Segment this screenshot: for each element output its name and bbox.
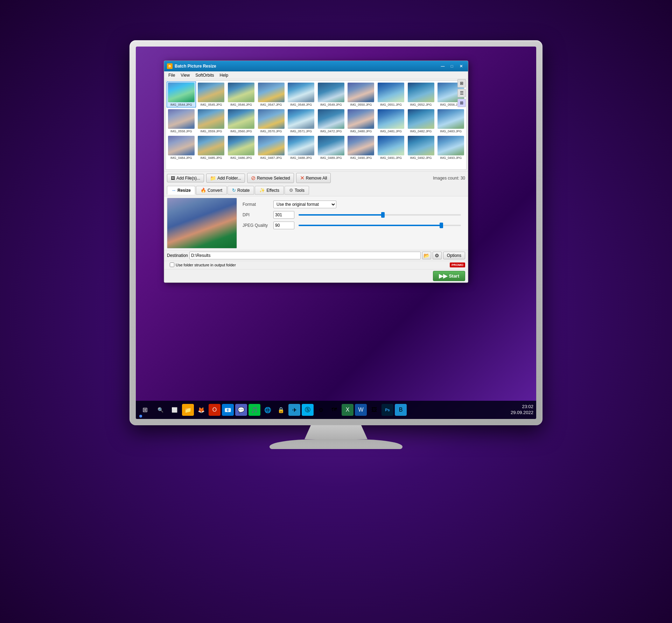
- jpeg-slider-track[interactable]: [299, 225, 461, 226]
- taskbar-search-button[interactable]: 🔍: [153, 404, 168, 416]
- task-view-button[interactable]: ⬜: [168, 404, 181, 416]
- list-item[interactable]: IMG_0486.JPG: [226, 135, 256, 161]
- preview-image: [167, 198, 237, 248]
- maximize-button[interactable]: □: [448, 63, 456, 70]
- start-menu-button[interactable]: ⊞: [139, 404, 151, 416]
- list-item[interactable]: IMG_0487.JPG: [257, 135, 286, 161]
- list-item[interactable]: IMG_0490.JPG: [346, 135, 376, 161]
- taskbar-icon-word[interactable]: W: [355, 404, 367, 416]
- thumb-filename: IMG_0547.JPG: [258, 103, 284, 106]
- close-button[interactable]: ✕: [457, 63, 465, 70]
- destination-browse-button[interactable]: 📂: [422, 252, 431, 259]
- taskbar-icon-file-explorer[interactable]: 📁: [182, 404, 194, 416]
- menu-file[interactable]: File: [166, 72, 178, 78]
- add-folder-button[interactable]: 📁 Add Folder...: [206, 174, 245, 183]
- list-item[interactable]: IMG_0570.JPG: [257, 108, 286, 134]
- list-item[interactable]: IMG_0481.JPG: [376, 108, 406, 134]
- folder-structure-label: Use folder structure in output folder: [176, 263, 236, 267]
- taskbar-icon-maps[interactable]: 🗺: [328, 404, 340, 416]
- minimize-button[interactable]: —: [439, 63, 447, 70]
- dpi-label: DPI: [243, 212, 271, 217]
- menu-softorbits[interactable]: SoftOrbits: [192, 72, 217, 78]
- view-icon-2[interactable]: ☰: [457, 89, 466, 97]
- list-item[interactable]: IMG_0560.JPG: [226, 108, 256, 134]
- list-item[interactable]: IMG_0552.JPG: [406, 82, 436, 107]
- tab-resize-label: Resize: [177, 188, 191, 193]
- tab-row: ↔ Resize 🔥 Convert ↻ Rotate ✨ Effects: [164, 184, 468, 196]
- list-item[interactable]: IMG_0493.JPG: [436, 135, 465, 161]
- list-item[interactable]: IMG_0550.JPG: [346, 82, 376, 107]
- tab-convert[interactable]: 🔥 Convert: [196, 186, 227, 195]
- list-item[interactable]: IMG_0545.JPG: [197, 82, 226, 107]
- taskbar-icon-telegram[interactable]: ✈: [288, 404, 300, 416]
- tab-rotate[interactable]: ↻ Rotate: [227, 186, 254, 195]
- remove-selected-button[interactable]: ⊘ Remove Selected: [247, 173, 294, 183]
- remove-all-button[interactable]: ✕ Remove All: [296, 173, 331, 183]
- list-item[interactable]: IMG_0484.JPG: [167, 135, 196, 161]
- taskbar-icon-lock[interactable]: 🔒: [275, 404, 287, 416]
- destination-input[interactable]: [189, 252, 421, 259]
- menu-view[interactable]: View: [178, 72, 192, 78]
- thumb-filename: IMG_0571.JPG: [288, 130, 314, 133]
- start-button[interactable]: ▶▶ Start: [433, 271, 465, 281]
- jpeg-input[interactable]: [273, 222, 294, 229]
- tab-effects[interactable]: ✨ Effects: [255, 186, 284, 195]
- format-select[interactable]: Use the original format: [273, 201, 336, 208]
- images-count: Images count: 30: [433, 176, 465, 181]
- dpi-slider-track[interactable]: [299, 214, 461, 216]
- image-grid-container[interactable]: IMG_0544.JPGIMG_0545.JPGIMG_0546.JPGIMG_…: [166, 80, 467, 170]
- list-item[interactable]: IMG_0546.JPG: [226, 82, 256, 107]
- list-item[interactable]: IMG_0472.JPG: [316, 108, 346, 134]
- thumb-filename: IMG_0482.JPG: [408, 130, 434, 133]
- list-item[interactable]: IMG_0491.JPG: [376, 135, 406, 161]
- list-item[interactable]: IMG_0549.JPG: [316, 82, 346, 107]
- view-icon-3[interactable]: ⊞: [457, 99, 466, 107]
- menu-help[interactable]: Help: [217, 72, 231, 78]
- dpi-input[interactable]: [273, 211, 294, 219]
- list-item[interactable]: IMG_0571.JPG: [286, 108, 316, 134]
- list-item[interactable]: IMG_0489.JPG: [316, 135, 346, 161]
- taskbar-icon-spotify[interactable]: 🎵: [248, 404, 260, 416]
- folder-structure-checkbox[interactable]: [170, 262, 174, 267]
- list-item[interactable]: IMG_0559.JPG: [197, 108, 226, 134]
- taskbar-icon-firefox[interactable]: 🦊: [195, 404, 207, 416]
- list-item[interactable]: IMG_0492.JPG: [406, 135, 436, 161]
- taskbar-icon-chrome[interactable]: 🌐: [262, 404, 274, 416]
- thumb-filename: IMG_0545.JPG: [198, 103, 224, 106]
- list-item[interactable]: IMG_0488.JPG: [286, 135, 316, 161]
- list-item[interactable]: IMG_0547.JPG: [257, 82, 286, 107]
- taskbar-icon-ps[interactable]: Ps: [382, 404, 393, 416]
- checkbox-row: Use folder structure in output folder: [167, 262, 239, 268]
- gear-icon: ⚙: [435, 253, 439, 258]
- list-item[interactable]: IMG_0548.JPG: [286, 82, 316, 107]
- list-item[interactable]: IMG_0485.JPG: [197, 135, 226, 161]
- list-item[interactable]: IMG_0483.JPG: [436, 108, 465, 134]
- list-item[interactable]: IMG_0551.JPG: [376, 82, 406, 107]
- promo-badge: PROMO: [450, 262, 465, 267]
- settings-gear-button[interactable]: ⚙: [433, 252, 442, 259]
- view-icon-1[interactable]: ⊞: [457, 79, 466, 88]
- taskbar-icon-teams[interactable]: 💬: [235, 404, 247, 416]
- taskbar-icon-addon[interactable]: ⚙: [315, 404, 327, 416]
- taskbar-icon-opera[interactable]: O: [209, 404, 220, 416]
- list-item[interactable]: IMG_0480.JPG: [346, 108, 376, 134]
- list-item[interactable]: IMG_0544.JPG: [167, 82, 196, 107]
- add-files-button[interactable]: 🖼 Add File(s)...: [167, 174, 204, 182]
- taskbar-icon-photos[interactable]: 🖼: [368, 404, 380, 416]
- list-item[interactable]: IMG_0558.JPG: [167, 108, 196, 134]
- taskbar-icon-excel[interactable]: X: [342, 404, 354, 416]
- taskbar-icon-mail[interactable]: 📧: [222, 404, 234, 416]
- tab-rotate-label: Rotate: [237, 188, 250, 193]
- taskbar-icon-batch[interactable]: B: [395, 404, 407, 416]
- taskbar-date-value: 29.09.2022: [511, 410, 533, 416]
- tab-resize[interactable]: ↔ Resize: [167, 186, 195, 195]
- add-folder-icon: 📁: [210, 175, 216, 181]
- tab-tools[interactable]: ⚙ Tools: [285, 186, 309, 195]
- list-item[interactable]: IMG_0482.JPG: [406, 108, 436, 134]
- thumb-filename: IMG_0472.JPG: [318, 130, 344, 133]
- thumb-filename: IMG_0485.JPG: [198, 156, 224, 160]
- options-button[interactable]: Options: [443, 252, 465, 259]
- thumb-filename: IMG_0488.JPG: [288, 156, 314, 160]
- convert-icon: 🔥: [201, 188, 206, 193]
- taskbar-icon-skype[interactable]: Ⓢ: [302, 404, 314, 416]
